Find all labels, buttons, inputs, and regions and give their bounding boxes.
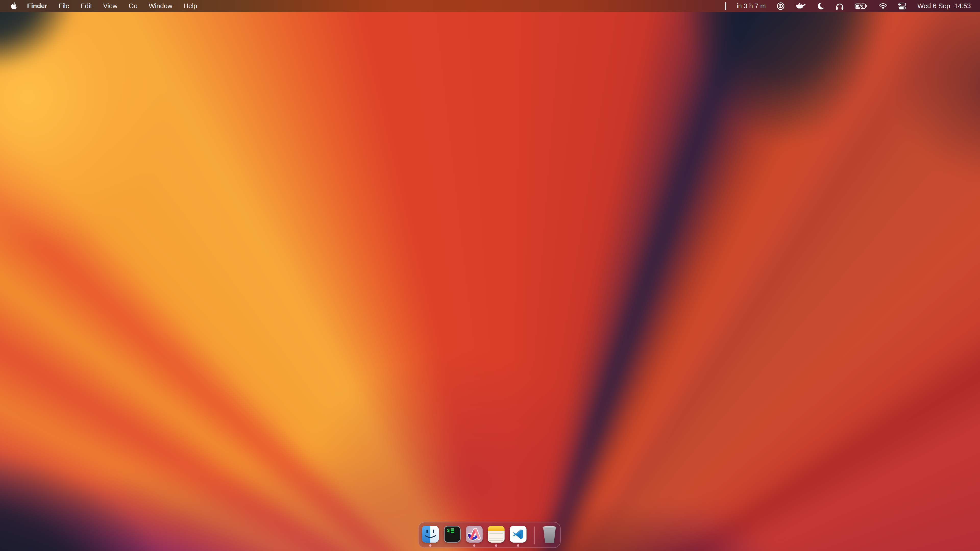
finder-icon <box>422 526 439 543</box>
menu-file[interactable]: File <box>59 2 69 10</box>
menu-go[interactable]: Go <box>129 2 138 10</box>
dock-item-notes[interactable] <box>488 526 504 543</box>
notes-header-band <box>488 526 504 531</box>
trash-icon <box>542 526 557 543</box>
timer-status-text[interactable]: in 3 h 7 m <box>737 2 766 10</box>
running-indicator <box>517 545 519 547</box>
terminal-icon: $ <box>444 526 461 543</box>
menu-time: 14:53 <box>954 2 971 10</box>
notes-icon <box>488 526 504 543</box>
dock-separator <box>534 527 535 545</box>
focus-moon-icon[interactable] <box>816 2 824 10</box>
running-indicator <box>495 545 497 547</box>
menu-window[interactable]: Window <box>149 2 172 10</box>
dock-item-finder[interactable] <box>422 526 439 543</box>
docker-icon[interactable] <box>795 2 806 10</box>
vscode-icon <box>510 526 527 543</box>
terminal-prompt: $ <box>447 528 450 533</box>
menu-clock[interactable]: Wed 6 Sep 14:53 <box>918 2 971 10</box>
terminal-cursor-block <box>451 528 454 534</box>
running-indicator <box>473 545 476 547</box>
dock: $ <box>418 522 561 548</box>
battery-charging-icon[interactable] <box>855 3 868 10</box>
running-indicator <box>429 545 431 547</box>
menu-bar-status: in 3 h 7 m <box>725 0 980 12</box>
control-center-icon[interactable] <box>898 2 906 10</box>
notes-ruled-lines <box>489 534 503 543</box>
1password-icon[interactable] <box>776 2 785 10</box>
arc-browser-icon <box>466 526 483 543</box>
menu-help[interactable]: Help <box>183 2 197 10</box>
wallpaper-ventura <box>0 0 980 551</box>
menu-app-name[interactable]: Finder <box>27 2 47 10</box>
headphones-icon[interactable] <box>835 2 844 10</box>
dock-item-arc[interactable] <box>466 526 483 543</box>
dock-item-trash[interactable] <box>542 526 557 543</box>
menu-bar-left: Finder File Edit View Go Window Help <box>0 0 208 12</box>
menu-view[interactable]: View <box>103 2 118 10</box>
menu-date: Wed 6 Sep <box>918 2 950 10</box>
wifi-icon[interactable] <box>879 3 887 10</box>
text-cursor-icon[interactable] <box>725 2 726 10</box>
dock-item-vscode[interactable] <box>510 526 527 543</box>
menu-edit[interactable]: Edit <box>80 2 92 10</box>
menu-bar: Finder File Edit View Go Window Help in … <box>0 0 980 12</box>
dock-item-terminal[interactable]: $ <box>444 526 461 543</box>
desktop: Finder File Edit View Go Window Help in … <box>0 0 980 551</box>
apple-menu-icon[interactable] <box>11 2 17 10</box>
